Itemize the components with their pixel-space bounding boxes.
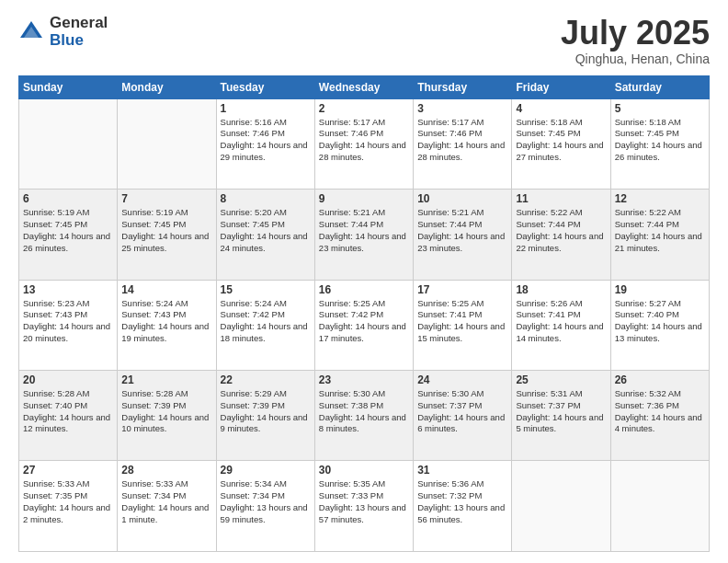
cell-details: Sunrise: 5:18 AMSunset: 7:45 PMDaylight:…	[516, 117, 606, 164]
day-number: 19	[615, 283, 705, 296]
day-number: 27	[23, 464, 113, 477]
cell-details: Sunrise: 5:33 AMSunset: 7:35 PMDaylight:…	[23, 478, 113, 525]
day-number: 11	[516, 192, 606, 205]
table-row: 19Sunrise: 5:27 AMSunset: 7:40 PMDayligh…	[610, 280, 709, 370]
cell-details: Sunrise: 5:16 AMSunset: 7:46 PMDaylight:…	[221, 117, 311, 164]
calendar-week-row: 1Sunrise: 5:16 AMSunset: 7:46 PMDaylight…	[19, 98, 710, 189]
cell-details: Sunrise: 5:26 AMSunset: 7:41 PMDaylight:…	[516, 298, 606, 345]
table-row: 25Sunrise: 5:31 AMSunset: 7:37 PMDayligh…	[512, 371, 610, 461]
day-number: 29	[221, 464, 311, 477]
day-number: 9	[319, 192, 409, 205]
header-sunday: Sunday	[19, 75, 118, 98]
table-row: 23Sunrise: 5:30 AMSunset: 7:38 PMDayligh…	[314, 371, 413, 461]
header-wednesday: Wednesday	[314, 75, 413, 98]
cell-details: Sunrise: 5:22 AMSunset: 7:44 PMDaylight:…	[516, 207, 606, 254]
table-row: 15Sunrise: 5:24 AMSunset: 7:42 PMDayligh…	[216, 280, 314, 370]
header-monday: Monday	[118, 75, 216, 98]
calendar-week-row: 13Sunrise: 5:23 AMSunset: 7:43 PMDayligh…	[19, 280, 710, 370]
table-row: 29Sunrise: 5:34 AMSunset: 7:34 PMDayligh…	[216, 461, 314, 552]
cell-details: Sunrise: 5:31 AMSunset: 7:37 PMDaylight:…	[516, 388, 606, 435]
table-row: 28Sunrise: 5:33 AMSunset: 7:34 PMDayligh…	[118, 461, 216, 552]
location: Qinghua, Henan, China	[561, 52, 710, 66]
table-row	[610, 461, 709, 552]
day-number: 22	[221, 373, 311, 386]
cell-details: Sunrise: 5:28 AMSunset: 7:40 PMDaylight:…	[23, 388, 113, 435]
day-number: 14	[121, 283, 211, 296]
logo: General Blue	[18, 15, 108, 49]
table-row	[19, 98, 118, 189]
table-row: 4Sunrise: 5:18 AMSunset: 7:45 PMDaylight…	[512, 98, 610, 189]
day-number: 25	[516, 373, 606, 386]
day-number: 31	[417, 464, 507, 477]
table-row: 30Sunrise: 5:35 AMSunset: 7:33 PMDayligh…	[314, 461, 413, 552]
day-number: 10	[417, 192, 507, 205]
logo-general: General	[50, 15, 108, 32]
day-number: 12	[615, 192, 705, 205]
cell-details: Sunrise: 5:17 AMSunset: 7:46 PMDaylight:…	[417, 117, 507, 164]
calendar-week-row: 6Sunrise: 5:19 AMSunset: 7:45 PMDaylight…	[19, 190, 710, 280]
day-number: 18	[516, 283, 606, 296]
logo-text: General Blue	[50, 15, 108, 49]
cell-details: Sunrise: 5:24 AMSunset: 7:42 PMDaylight:…	[221, 298, 311, 345]
table-row: 12Sunrise: 5:22 AMSunset: 7:44 PMDayligh…	[610, 190, 709, 280]
table-row: 11Sunrise: 5:22 AMSunset: 7:44 PMDayligh…	[512, 190, 610, 280]
table-row: 27Sunrise: 5:33 AMSunset: 7:35 PMDayligh…	[19, 461, 118, 552]
calendar-week-row: 27Sunrise: 5:33 AMSunset: 7:35 PMDayligh…	[19, 461, 710, 552]
cell-details: Sunrise: 5:22 AMSunset: 7:44 PMDaylight:…	[615, 207, 705, 254]
day-number: 1	[221, 102, 311, 115]
day-number: 28	[121, 464, 211, 477]
table-row: 9Sunrise: 5:21 AMSunset: 7:44 PMDaylight…	[314, 190, 413, 280]
calendar-table: Sunday Monday Tuesday Wednesday Thursday…	[18, 75, 710, 552]
cell-details: Sunrise: 5:18 AMSunset: 7:45 PMDaylight:…	[615, 117, 705, 164]
day-number: 8	[221, 192, 311, 205]
day-number: 7	[121, 192, 211, 205]
header-tuesday: Tuesday	[216, 75, 314, 98]
cell-details: Sunrise: 5:25 AMSunset: 7:42 PMDaylight:…	[319, 298, 409, 345]
logo-blue: Blue	[50, 32, 108, 50]
table-row: 10Sunrise: 5:21 AMSunset: 7:44 PMDayligh…	[414, 190, 512, 280]
cell-details: Sunrise: 5:35 AMSunset: 7:33 PMDaylight:…	[319, 478, 409, 525]
day-number: 21	[121, 373, 211, 386]
calendar-week-row: 20Sunrise: 5:28 AMSunset: 7:40 PMDayligh…	[19, 371, 710, 461]
cell-details: Sunrise: 5:21 AMSunset: 7:44 PMDaylight:…	[417, 207, 507, 254]
day-number: 24	[417, 373, 507, 386]
cell-details: Sunrise: 5:36 AMSunset: 7:32 PMDaylight:…	[417, 478, 507, 525]
table-row: 16Sunrise: 5:25 AMSunset: 7:42 PMDayligh…	[314, 280, 413, 370]
cell-details: Sunrise: 5:30 AMSunset: 7:37 PMDaylight:…	[417, 388, 507, 435]
table-row	[512, 461, 610, 552]
table-row: 21Sunrise: 5:28 AMSunset: 7:39 PMDayligh…	[118, 371, 216, 461]
table-row: 20Sunrise: 5:28 AMSunset: 7:40 PMDayligh…	[19, 371, 118, 461]
day-number: 20	[23, 373, 113, 386]
page: General Blue July 2025 Qinghua, Henan, C…	[0, 0, 728, 563]
cell-details: Sunrise: 5:34 AMSunset: 7:34 PMDaylight:…	[221, 478, 311, 525]
cell-details: Sunrise: 5:29 AMSunset: 7:39 PMDaylight:…	[221, 388, 311, 435]
day-number: 3	[417, 102, 507, 115]
table-row: 17Sunrise: 5:25 AMSunset: 7:41 PMDayligh…	[414, 280, 512, 370]
day-number: 5	[615, 102, 705, 115]
calendar-header-row: Sunday Monday Tuesday Wednesday Thursday…	[19, 75, 710, 98]
table-row: 13Sunrise: 5:23 AMSunset: 7:43 PMDayligh…	[19, 280, 118, 370]
table-row: 31Sunrise: 5:36 AMSunset: 7:32 PMDayligh…	[414, 461, 512, 552]
cell-details: Sunrise: 5:19 AMSunset: 7:45 PMDaylight:…	[121, 207, 211, 254]
cell-details: Sunrise: 5:32 AMSunset: 7:36 PMDaylight:…	[615, 388, 705, 435]
cell-details: Sunrise: 5:20 AMSunset: 7:45 PMDaylight:…	[221, 207, 311, 254]
day-number: 23	[319, 373, 409, 386]
cell-details: Sunrise: 5:25 AMSunset: 7:41 PMDaylight:…	[417, 298, 507, 345]
table-row: 8Sunrise: 5:20 AMSunset: 7:45 PMDaylight…	[216, 190, 314, 280]
header-saturday: Saturday	[610, 75, 709, 98]
table-row: 26Sunrise: 5:32 AMSunset: 7:36 PMDayligh…	[610, 371, 709, 461]
cell-details: Sunrise: 5:28 AMSunset: 7:39 PMDaylight:…	[121, 388, 211, 435]
cell-details: Sunrise: 5:19 AMSunset: 7:45 PMDaylight:…	[23, 207, 113, 254]
month-title: July 2025	[561, 15, 710, 52]
day-number: 17	[417, 283, 507, 296]
cell-details: Sunrise: 5:33 AMSunset: 7:34 PMDaylight:…	[121, 478, 211, 525]
header-friday: Friday	[512, 75, 610, 98]
cell-details: Sunrise: 5:21 AMSunset: 7:44 PMDaylight:…	[319, 207, 409, 254]
table-row: 1Sunrise: 5:16 AMSunset: 7:46 PMDaylight…	[216, 98, 314, 189]
logo-icon	[18, 19, 44, 45]
cell-details: Sunrise: 5:17 AMSunset: 7:46 PMDaylight:…	[319, 117, 409, 164]
title-section: July 2025 Qinghua, Henan, China	[561, 15, 710, 66]
cell-details: Sunrise: 5:30 AMSunset: 7:38 PMDaylight:…	[319, 388, 409, 435]
day-number: 4	[516, 102, 606, 115]
day-number: 15	[221, 283, 311, 296]
